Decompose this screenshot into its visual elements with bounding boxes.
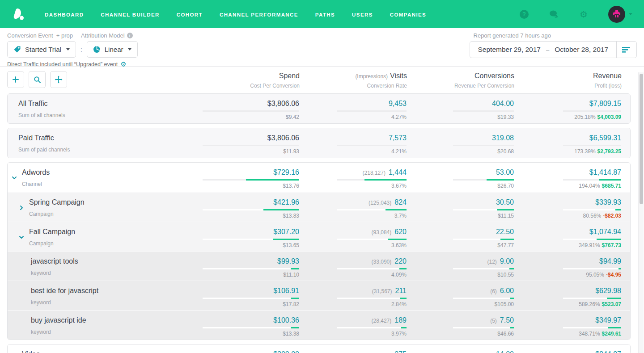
metric-value[interactable]: 30.50 — [496, 198, 514, 206]
proportion-bar-track — [337, 209, 407, 210]
proportion-bar-track — [563, 179, 621, 181]
avatar-robot-icon — [612, 9, 622, 19]
metric-value[interactable]: 7,573 — [389, 134, 407, 142]
metric-sub-value: 4.27% — [299, 114, 407, 120]
row-title[interactable]: Video — [22, 350, 192, 353]
proportion-bar-track — [203, 110, 299, 112]
metric-value[interactable]: $307.20 — [273, 228, 299, 235]
metric-value[interactable]: $6,599.31 — [589, 134, 621, 142]
date-filter-button[interactable] — [617, 46, 636, 53]
date-separator: – — [546, 46, 549, 53]
metric-value[interactable]: 189 — [394, 316, 407, 324]
proportion-bar-track — [453, 179, 514, 181]
info-icon[interactable]: i — [127, 33, 133, 38]
metric-value[interactable]: $7,809.15 — [589, 100, 621, 107]
attribution-model-dropdown[interactable]: Linear — [87, 41, 138, 58]
row-title[interactable]: Adwords — [22, 168, 192, 176]
metric-value[interactable]: $339.93 — [595, 198, 621, 206]
nav-item-cohort[interactable]: Cohort — [177, 12, 203, 17]
metric-value[interactable]: $349.97 — [595, 316, 621, 324]
metric-sub-value: $13.65 — [192, 242, 299, 248]
metric-value[interactable]: $99.93 — [277, 257, 299, 265]
column-header-revenue[interactable]: RevenueProfit (loss) — [514, 71, 622, 89]
column-header-visits[interactable]: (Impressions)VisitsConversion Rate — [300, 71, 407, 89]
row-title[interactable]: javascript tools — [31, 257, 192, 265]
date-end[interactable]: October 28, 2017 — [555, 46, 608, 54]
row-title[interactable]: buy javascript ide — [31, 316, 192, 324]
row-title[interactable]: Spring Campaign — [29, 198, 192, 206]
metric-sub-value: $13.83 — [192, 213, 299, 219]
metric-sub-value: $20.68 — [407, 148, 514, 155]
metric-value[interactable]: 53.00 — [496, 168, 514, 176]
date-start[interactable]: September 29, 2017 — [478, 46, 541, 54]
metric-value[interactable]: $1,414.87 — [589, 168, 621, 176]
metric-value[interactable]: 211 — [395, 287, 407, 294]
add-prop-link[interactable]: + prop — [56, 32, 73, 39]
metric-value[interactable]: $100.36 — [273, 316, 299, 324]
metric-sub-value: 3.67% — [299, 183, 407, 189]
metric-value[interactable]: 9,453 — [389, 100, 407, 107]
attribution-logo[interactable] — [12, 7, 27, 22]
metric-sub-value: 3.97% — [299, 331, 407, 337]
nav-item-channel-performance[interactable]: Channel Performance — [220, 12, 298, 17]
proportion-bar-fill — [510, 298, 514, 299]
metric-value[interactable]: 7.50 — [500, 316, 514, 324]
row-title[interactable]: Fall Campaign — [29, 228, 192, 236]
column-header-conversions[interactable]: ConversionsRevenue Per Conversion — [407, 71, 514, 89]
metric-value[interactable]: 404.00 — [492, 100, 514, 107]
scrollbar-track[interactable] — [638, 72, 644, 353]
nav-item-dashboard[interactable]: Dashboard — [45, 12, 84, 17]
settings-gear-icon[interactable]: ⚙ — [580, 10, 588, 19]
chevron-down-icon[interactable] — [12, 174, 17, 182]
metric-sub-value: 95.05%-$4.95 — [514, 272, 621, 278]
metric-value[interactable]: 275 — [394, 350, 407, 353]
reorder-button[interactable] — [50, 71, 67, 88]
metric-value[interactable]: 220 — [394, 257, 407, 265]
cell-spend: $106.91$17.82 — [192, 281, 299, 310]
metric-sub-value: 80.56%-$82.03 — [514, 213, 621, 219]
table-card: AdwordsChannel$729.16$13.76(218,127)1,44… — [7, 162, 631, 340]
metric-value[interactable]: 6.00 — [500, 287, 514, 294]
chevron-down-icon[interactable] — [19, 234, 24, 242]
metric-value[interactable]: $300.00 — [273, 350, 299, 353]
proportion-bar-track — [563, 298, 621, 299]
cell-rev: $629.98589.26%$523.07 — [514, 281, 621, 310]
search-button[interactable] — [29, 71, 46, 88]
metric-value[interactable]: 9.00 — [500, 257, 514, 265]
metric-value[interactable]: $1,074.94 — [589, 228, 621, 235]
column-header-spend[interactable]: SpendCost Per Conversion — [192, 71, 300, 89]
help-icon[interactable]: ? — [520, 10, 529, 19]
row-name-cell: Fall CampaignCampaign — [8, 222, 192, 251]
metric-value[interactable]: 14.00 — [496, 350, 514, 353]
nav-item-channel-builder[interactable]: Channel Builder — [101, 12, 159, 17]
cell-spend: $3,806.06$11.93 — [192, 128, 299, 158]
chevron-right-icon[interactable] — [19, 204, 24, 212]
avatar[interactable] — [608, 6, 625, 23]
metric-value[interactable]: $106.91 — [273, 287, 299, 294]
chat-icon[interactable] — [549, 10, 559, 18]
cell-visits: 275 — [299, 345, 407, 353]
metric-value[interactable]: 620 — [394, 228, 407, 235]
metric-value[interactable]: $94.99 — [599, 257, 621, 265]
metric-value[interactable]: 1,444 — [389, 168, 407, 176]
nav-item-users[interactable]: Users — [352, 12, 373, 17]
date-range-picker[interactable]: September 29, 2017 – October 28, 2017 — [470, 41, 637, 58]
user-menu[interactable] — [608, 6, 632, 23]
metric-sub-value: $26.70 — [407, 183, 514, 189]
metric-value[interactable]: 22.50 — [496, 228, 514, 235]
conversion-event-dropdown[interactable]: Started Trial — [7, 41, 76, 58]
metric-value[interactable]: $729.16 — [273, 168, 299, 176]
metric-value[interactable]: $844.97 — [595, 350, 621, 353]
cell-rev: $1,074.94349.91%$767.73 — [514, 222, 621, 251]
metric-value[interactable]: $629.98 — [595, 287, 621, 294]
add-channel-button[interactable] — [7, 71, 24, 88]
metric-value[interactable]: $421.96 — [273, 198, 299, 206]
profit-value: -$82.03 — [603, 213, 621, 219]
row-title[interactable]: best ide for javascript — [31, 287, 192, 295]
scrollbar-thumb[interactable] — [640, 74, 643, 204]
metric-value[interactable]: 824 — [394, 198, 407, 206]
nav-item-paths[interactable]: Paths — [315, 12, 335, 17]
table-row-all-traffic: All TrafficSum of all channels$3,806.06$… — [8, 94, 630, 123]
nav-item-companies[interactable]: Companies — [390, 12, 426, 17]
metric-value[interactable]: 319.08 — [492, 134, 514, 142]
